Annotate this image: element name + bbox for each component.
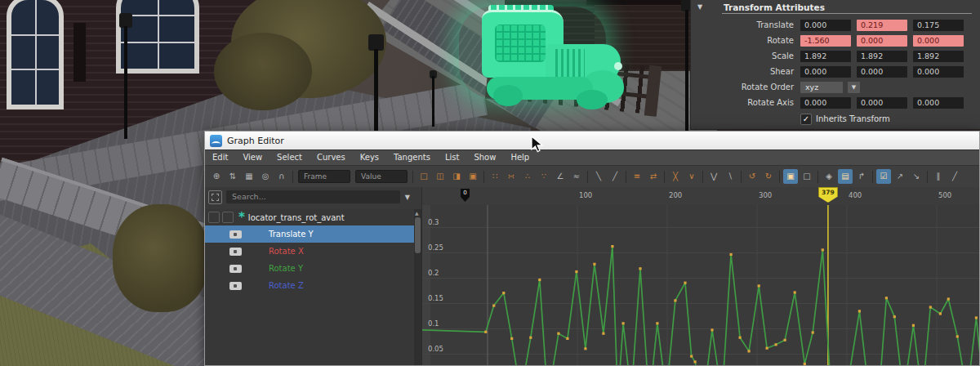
inherits-transform-checkbox[interactable]: ✓ <box>800 114 812 125</box>
buffer-curve-snapshot-icon[interactable]: ≡ <box>630 169 644 184</box>
mute-toggle-icon[interactable] <box>229 282 242 290</box>
step-tangents-icon[interactable]: ∠ <box>553 169 568 184</box>
flat-tangents-icon[interactable]: ∵ <box>537 169 551 184</box>
shear-x-field[interactable]: 0.000 <box>800 66 851 78</box>
menu-edit[interactable]: Edit <box>205 150 235 165</box>
rotate-z-field[interactable]: 0.000 <box>913 35 964 47</box>
rotate-axis-x-field[interactable]: 0.000 <box>800 97 851 109</box>
menu-show[interactable]: Show <box>466 150 503 165</box>
value-snap-icon[interactable]: □ <box>800 169 814 184</box>
scale-z-field[interactable]: 1.892 <box>913 51 964 62</box>
toolbar-separator <box>412 171 413 183</box>
frame-stat-field[interactable]: Frame <box>298 170 350 183</box>
translate-label: Translate <box>691 20 794 29</box>
scale-y-field[interactable]: 1.892 <box>857 51 907 62</box>
time-snap-icon[interactable]: ▣ <box>783 169 798 184</box>
menu-curves[interactable]: Curves <box>310 150 353 165</box>
rotate-order-label: Rotate Order <box>691 83 794 92</box>
mute-toggle-icon[interactable] <box>229 265 242 273</box>
layer-toggle-icon[interactable] <box>222 212 234 223</box>
collapse-triangle-icon[interactable]: ▼ <box>697 3 702 11</box>
translate-y-field[interactable]: 0.219 <box>857 20 907 31</box>
insert-key-icon[interactable]: ↱ <box>854 169 869 184</box>
scale-x-field[interactable]: 1.892 <box>800 51 851 62</box>
menu-keys[interactable]: Keys <box>353 150 386 165</box>
outliner-node-row[interactable]: * locator_trans_rot_avant <box>205 209 414 225</box>
pre-infinity-icon[interactable]: ∥ <box>931 169 946 184</box>
graph-view-icon[interactable]: ▣ <box>466 169 480 184</box>
linear-shape-icon[interactable]: ↘ <box>909 169 924 184</box>
rotate-axis-y-field[interactable]: 0.000 <box>857 97 907 109</box>
vehicle-grille <box>555 49 585 80</box>
graph-editor-titlebar[interactable]: Graph Editor <box>205 132 979 150</box>
shear-y-field[interactable]: 0.000 <box>857 66 907 78</box>
toolbar-separator <box>483 171 484 183</box>
vehicle-window <box>495 25 546 62</box>
toolbar-separator <box>872 171 873 183</box>
auto-tangent-icon[interactable]: ☑ <box>876 169 891 184</box>
stacked-view-icon[interactable]: ◫ <box>433 169 448 184</box>
channel-translate-y[interactable]: Translate Y <box>205 225 414 243</box>
search-input[interactable]: Search... <box>226 190 400 203</box>
spline-tangents-icon[interactable]: ∷ <box>488 169 502 184</box>
mute-toggle-icon[interactable] <box>229 230 242 239</box>
scale-label: Scale <box>691 51 794 60</box>
unify-tangents-icon[interactable]: ∨ <box>684 169 699 184</box>
chevron-down-icon[interactable]: ▼ <box>405 194 410 201</box>
translate-x-field[interactable]: 0.000 <box>800 20 851 31</box>
filter-icon[interactable] <box>208 190 222 204</box>
lattice-deform-keys-tool-icon[interactable]: ▦ <box>242 169 256 184</box>
rotate-x-field[interactable]: -1.560 <box>800 35 851 47</box>
scroll-up-icon[interactable]: ▲ <box>415 210 419 216</box>
linear-tangents-icon[interactable]: ∴ <box>520 169 535 184</box>
post-infinity-icon[interactable]: ╱ <box>947 169 962 184</box>
convert-to-frozen-icon[interactable]: ◈ <box>822 169 836 184</box>
insert-keys-tool-icon[interactable]: ⇅ <box>225 169 240 184</box>
lock-tangent-weight-icon[interactable]: ∖ <box>723 169 737 184</box>
menu-list[interactable]: List <box>438 150 466 165</box>
channel-rotate-x[interactable]: Rotate X <box>205 243 414 260</box>
graph-editor-toolbar: ⊕⇅▦◎∩ Frame Value □◫◨▣∷∺∴∵∠≈╲╱≡⇄╳∨⋁∖↺↻▣□… <box>205 165 979 187</box>
default-out-tangent-icon[interactable]: ╱ <box>608 169 622 184</box>
menu-view[interactable]: View <box>235 150 270 165</box>
normalized-view-icon[interactable]: ◨ <box>449 169 464 184</box>
chevron-down-icon[interactable]: ▼ <box>848 82 860 93</box>
channel-rotate-y[interactable]: Rotate Y <box>205 260 414 277</box>
rotate-y-field[interactable]: 0.000 <box>857 35 907 47</box>
pre-infinity-cycle-icon[interactable]: ↺ <box>745 169 760 184</box>
mute-toggle-icon[interactable] <box>229 248 242 256</box>
region-keys-tool-icon[interactable]: ◎ <box>258 169 273 184</box>
default-in-tangent-icon[interactable]: ╲ <box>591 169 606 184</box>
break-tangents-icon[interactable]: ╳ <box>668 169 683 184</box>
range-start-marker[interactable]: 0 <box>461 189 470 202</box>
clamped-tangents-icon[interactable]: ∺ <box>504 169 519 184</box>
move-nearest-picked-key-tool-icon[interactable]: ⊕ <box>209 169 224 184</box>
time-ruler[interactable]: 1002003004005000379 <box>422 187 979 206</box>
rotate-axis-z-field[interactable]: 0.000 <box>913 97 964 109</box>
spline-shape-icon[interactable]: ↗ <box>893 169 907 184</box>
value-stat-field[interactable]: Value <box>355 170 408 183</box>
toolbar-separator <box>702 171 703 183</box>
window <box>7 0 64 109</box>
channel-rotate-z[interactable]: Rotate Z <box>205 277 414 294</box>
curve-view[interactable]: 1002003004005000379 0.30.250.20.150.10.0… <box>422 187 979 365</box>
rotate-order-select[interactable]: xyz <box>800 82 843 93</box>
selected-vehicle[interactable] <box>451 2 618 109</box>
outliner-scrollbar[interactable]: ▲ <box>414 209 421 365</box>
retime-tool-icon[interactable]: ∩ <box>274 169 289 184</box>
post-infinity-cycle-icon[interactable]: ↻ <box>761 169 776 184</box>
swap-buffer-curves-icon[interactable]: ⇄ <box>646 169 661 184</box>
scrollbar-thumb[interactable] <box>415 217 421 253</box>
display-toggle-icon[interactable] <box>208 212 220 223</box>
translate-z-field[interactable]: 0.175 <box>913 20 964 31</box>
menu-select[interactable]: Select <box>270 150 310 165</box>
absolute-view-icon[interactable]: □ <box>416 169 431 184</box>
plateau-tangents-icon[interactable]: ≈ <box>569 169 584 184</box>
toolbar-separator <box>626 171 626 183</box>
dope-sheet-icon[interactable]: ▤ <box>838 169 853 184</box>
current-frame-marker[interactable]: 379 <box>818 187 838 203</box>
free-tangent-weight-icon[interactable]: ⋁ <box>706 169 721 184</box>
curve-plot-area[interactable]: 0.30.250.20.150.10.05 <box>422 205 979 365</box>
shear-z-field[interactable]: 0.000 <box>913 66 964 78</box>
menu-tangents[interactable]: Tangents <box>386 150 438 165</box>
